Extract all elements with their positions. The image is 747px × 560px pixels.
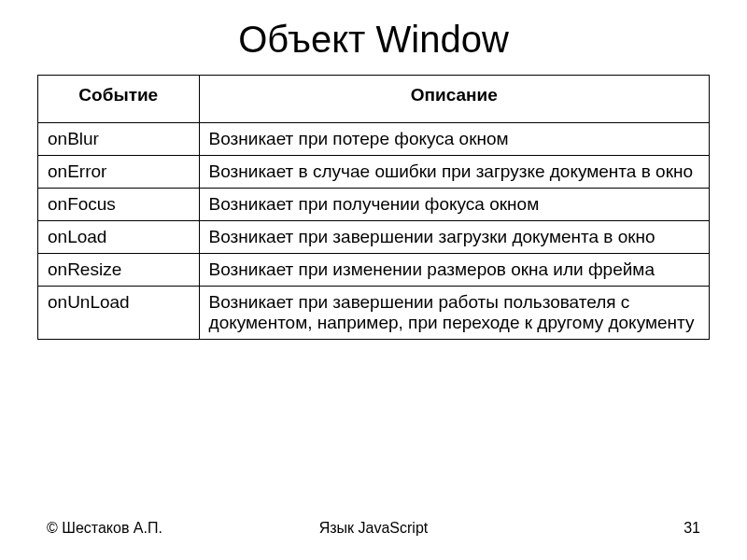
table-row: onBlur Возникает при потере фокуса окном [38,123,710,156]
cell-description: Возникает при потере фокуса окном [199,123,709,156]
table-row: onError Возникает в случае ошибки при за… [38,156,710,189]
cell-description: Возникает при получении фокуса окном [199,189,709,221]
cell-event: onUnLoad [38,287,200,340]
footer: © Шестаков А.П. Язык JavaScript 31 [0,520,747,537]
table-row: onLoad Возникает при завершении загрузки… [38,221,710,254]
footer-page: 31 [483,520,700,537]
cell-event: onResize [38,254,200,287]
header-event: Событие [38,76,200,123]
cell-event: onFocus [38,189,200,221]
table-header-row: Событие Описание [38,76,710,123]
table-row: onFocus Возникает при получении фокуса о… [38,189,710,221]
events-table: Событие Описание onBlur Возникает при по… [37,75,710,340]
cell-description: Возникает в случае ошибки при загрузке д… [199,156,709,189]
cell-description: Возникает при завершении работы пользова… [199,287,709,340]
cell-event: onError [38,156,200,189]
table-row: onUnLoad Возникает при завершении работы… [38,287,710,340]
footer-subject: Язык JavaScript [264,520,482,537]
cell-event: onBlur [38,123,200,156]
header-description: Описание [199,76,709,123]
cell-description: Возникает при изменении размеров окна ил… [199,254,709,287]
table-row: onResize Возникает при изменении размеро… [38,254,710,287]
cell-event: onLoad [38,221,200,254]
page-title: Объект Window [37,19,710,61]
cell-description: Возникает при завершении загрузки докуме… [199,221,709,254]
footer-author: © Шестаков А.П. [47,520,264,537]
